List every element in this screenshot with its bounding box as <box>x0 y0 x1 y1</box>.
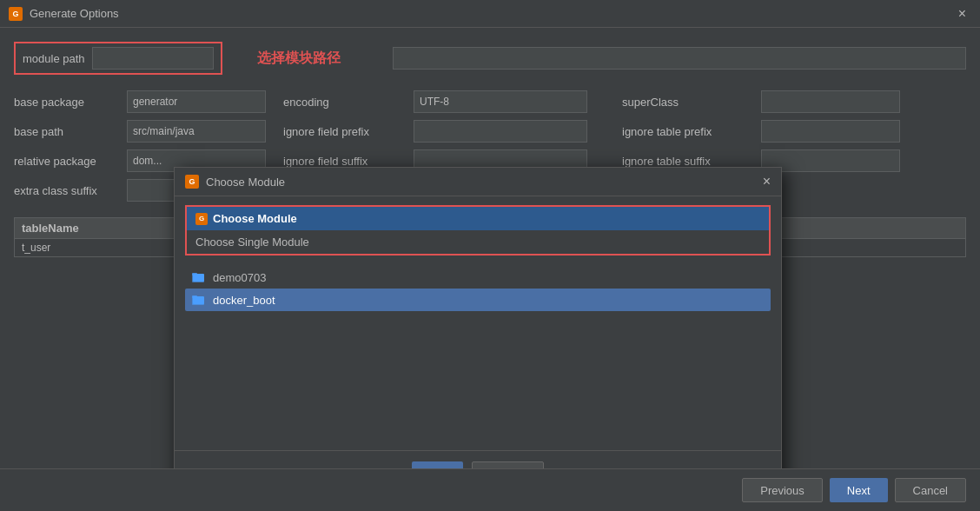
modal-footer: OK Cancel <box>175 450 781 468</box>
choose-module-icon: G <box>195 213 208 225</box>
app-icon: G <box>9 7 23 21</box>
modal-overlay: G Choose Module × G Choose Module Choose… <box>0 28 980 468</box>
folder-icon-demo0703 <box>192 270 206 284</box>
main-window: G Generate Options × module path 选择模块路径 … <box>0 0 980 511</box>
folder-icon-docker-boot <box>192 293 206 307</box>
modal-cancel-button[interactable]: Cancel <box>472 461 543 468</box>
module-item-demo0703[interactable]: demo0703 <box>185 266 771 289</box>
modal-close-button[interactable]: × <box>763 175 771 189</box>
ok-button[interactable]: OK <box>412 461 463 468</box>
bottom-bar: Previous Next Cancel <box>0 468 980 511</box>
window-close-button[interactable]: × <box>953 6 971 22</box>
choose-module-title-row: G Choose Module <box>187 207 769 230</box>
choose-module-header: G Choose Module Choose Single Module <box>185 205 771 256</box>
window-title: Generate Options <box>30 7 953 20</box>
svg-rect-5 <box>193 296 204 304</box>
choose-module-label: Choose Module <box>213 212 297 225</box>
svg-rect-2 <box>193 274 204 282</box>
cancel-button[interactable]: Cancel <box>895 478 966 502</box>
module-name-docker-boot: docker_boot <box>213 294 275 307</box>
module-item-docker-boot[interactable]: docker_boot <box>185 289 771 311</box>
module-list: demo0703 docker_boot <box>175 259 781 450</box>
main-content: module path 选择模块路径 base package encoding… <box>0 28 980 468</box>
modal-title-bar: G Choose Module × <box>175 168 781 196</box>
modal-dialog: G Choose Module × G Choose Module Choose… <box>174 167 782 468</box>
choose-single-module-label: Choose Single Module <box>187 230 769 254</box>
next-button[interactable]: Next <box>830 478 888 502</box>
title-bar: G Generate Options × <box>0 0 980 28</box>
modal-body: G Choose Module Choose Single Module <box>175 196 781 450</box>
module-name-demo0703: demo0703 <box>213 271 266 284</box>
previous-button[interactable]: Previous <box>742 478 823 502</box>
modal-title: Choose Module <box>206 176 756 189</box>
modal-icon: G <box>185 175 199 189</box>
